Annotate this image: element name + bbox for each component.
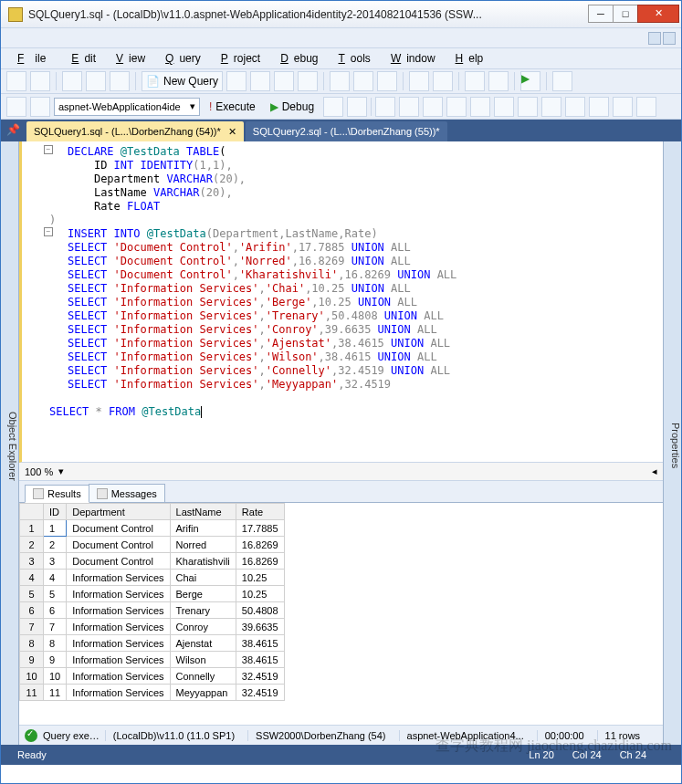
cell[interactable]: 10.25 bbox=[236, 570, 284, 586]
column-header[interactable]: LastName bbox=[170, 504, 236, 520]
open-file-button[interactable] bbox=[62, 71, 82, 91]
cell[interactable]: Information Services bbox=[67, 652, 170, 668]
toolbar-button[interactable] bbox=[298, 71, 318, 91]
maximize-button[interactable]: □ bbox=[613, 5, 638, 23]
toolbar-button[interactable] bbox=[250, 71, 270, 91]
paste-button[interactable] bbox=[377, 71, 397, 91]
cell[interactable]: 4 bbox=[44, 570, 67, 586]
database-dropdown[interactable]: aspnet-WebApplication4ide▾ bbox=[54, 98, 200, 116]
cell[interactable]: Arifin bbox=[170, 520, 236, 537]
cell[interactable]: 17.7885 bbox=[236, 520, 284, 537]
table-row[interactable]: 77Information ServicesConroy39.6635 bbox=[20, 619, 285, 635]
toolbar-button[interactable] bbox=[465, 71, 485, 91]
execute-button[interactable]: !Execute bbox=[204, 97, 261, 117]
toolbar-button[interactable] bbox=[494, 97, 514, 117]
stop-button[interactable] bbox=[323, 97, 343, 117]
cell[interactable]: Document Control bbox=[67, 520, 170, 537]
cell[interactable]: Meyyappan bbox=[170, 685, 236, 701]
toolbar-button[interactable] bbox=[274, 71, 294, 91]
menu-file[interactable]: File bbox=[6, 50, 57, 67]
column-header[interactable] bbox=[20, 504, 44, 520]
cell[interactable]: 32.4519 bbox=[236, 685, 284, 701]
copy-button[interactable] bbox=[353, 71, 373, 91]
cell[interactable]: 50.4808 bbox=[236, 602, 284, 619]
toolbar-button[interactable] bbox=[488, 71, 509, 91]
cell[interactable]: Information Services bbox=[67, 668, 170, 685]
cell[interactable]: 6 bbox=[20, 602, 44, 619]
parse-button[interactable] bbox=[347, 97, 367, 117]
table-row[interactable]: 99Information ServicesWilson38.4615 bbox=[20, 652, 285, 668]
cell[interactable]: 38.4615 bbox=[236, 652, 284, 668]
navigate-back-button[interactable] bbox=[6, 71, 26, 91]
menu-tools[interactable]: Tools bbox=[328, 50, 376, 67]
table-row[interactable]: 88Information ServicesAjenstat38.4615 bbox=[20, 635, 285, 652]
cell[interactable]: 3 bbox=[44, 553, 67, 570]
toolbar-button[interactable] bbox=[552, 71, 572, 91]
cell[interactable]: Norred bbox=[170, 537, 236, 553]
tab-results[interactable]: Results bbox=[25, 485, 89, 503]
navigate-fwd-button[interactable] bbox=[30, 71, 50, 91]
cell[interactable]: 7 bbox=[44, 619, 67, 635]
cell[interactable]: Trenary bbox=[170, 602, 236, 619]
cut-button[interactable] bbox=[330, 71, 350, 91]
toolbar-button[interactable] bbox=[470, 97, 490, 117]
cell[interactable]: 11 bbox=[20, 685, 44, 701]
cell[interactable]: Information Services bbox=[67, 619, 170, 635]
cell[interactable]: 10 bbox=[20, 668, 44, 685]
toolbar-button[interactable] bbox=[565, 97, 585, 117]
cell[interactable]: Ajenstat bbox=[170, 635, 236, 652]
cell[interactable]: 1 bbox=[20, 520, 44, 537]
close-tab-icon[interactable]: ✕ bbox=[228, 126, 236, 138]
cell[interactable]: 7 bbox=[20, 619, 44, 635]
results-grid[interactable]: IDDepartmentLastNameRate11Document Contr… bbox=[19, 503, 663, 725]
table-row[interactable]: 11Document ControlArifin17.7885 bbox=[20, 520, 285, 537]
cell[interactable]: Connelly bbox=[170, 668, 236, 685]
cell[interactable]: 10 bbox=[44, 668, 67, 685]
tab-sqlquery2[interactable]: SQLQuery2.sql - (L...\DorbenZhang (55))* bbox=[246, 121, 447, 141]
cell[interactable]: Kharatishvili bbox=[170, 553, 236, 570]
quick-launch-button[interactable] bbox=[663, 32, 676, 45]
menu-view[interactable]: View bbox=[105, 50, 151, 67]
cell[interactable]: 9 bbox=[44, 652, 67, 668]
toolbar-button[interactable] bbox=[541, 97, 561, 117]
cell[interactable]: 38.4615 bbox=[236, 635, 284, 652]
table-row[interactable]: 44Information ServicesChai10.25 bbox=[20, 570, 285, 586]
column-header[interactable]: Rate bbox=[236, 504, 284, 520]
fold-icon[interactable]: − bbox=[44, 227, 53, 236]
cell[interactable]: Information Services bbox=[67, 635, 170, 652]
save-button[interactable] bbox=[110, 71, 130, 91]
minimize-button[interactable]: ─ bbox=[588, 5, 614, 23]
table-row[interactable]: 22Document ControlNorred16.8269 bbox=[20, 537, 285, 553]
cell[interactable]: 9 bbox=[20, 652, 44, 668]
fold-icon[interactable]: − bbox=[44, 145, 53, 154]
menu-window[interactable]: Window bbox=[380, 50, 441, 67]
redo-button[interactable] bbox=[433, 71, 453, 91]
menu-project[interactable]: Project bbox=[210, 50, 266, 67]
close-button[interactable]: ✕ bbox=[637, 5, 679, 23]
run-button[interactable]: ▶ bbox=[520, 71, 540, 91]
menu-edit[interactable]: Edit bbox=[60, 50, 101, 67]
pin-icon[interactable]: 📌 bbox=[6, 123, 19, 136]
menu-debug[interactable]: Debug bbox=[269, 50, 323, 67]
cell[interactable]: 32.4519 bbox=[236, 668, 284, 685]
tab-messages[interactable]: Messages bbox=[89, 484, 165, 502]
cell[interactable]: 11 bbox=[44, 685, 67, 701]
toolbar-button[interactable] bbox=[613, 97, 633, 117]
cell[interactable]: 39.6635 bbox=[236, 619, 284, 635]
toolbar-button[interactable] bbox=[226, 71, 247, 91]
cell[interactable]: 4 bbox=[20, 570, 44, 586]
cell[interactable]: 5 bbox=[44, 586, 67, 602]
cell[interactable]: 3 bbox=[20, 553, 44, 570]
undo-button[interactable] bbox=[409, 71, 429, 91]
cell[interactable]: Document Control bbox=[67, 537, 170, 553]
cell[interactable]: Document Control bbox=[67, 553, 170, 570]
table-row[interactable]: 33Document ControlKharatishvili16.8269 bbox=[20, 553, 285, 570]
toolbar-button[interactable] bbox=[446, 97, 467, 117]
cell[interactable]: Chai bbox=[170, 570, 236, 586]
table-row[interactable]: 1010Information ServicesConnelly32.4519 bbox=[20, 668, 285, 685]
toolbar-button[interactable] bbox=[589, 97, 609, 117]
table-row[interactable]: 66Information ServicesTrenary50.4808 bbox=[20, 602, 285, 619]
cell[interactable]: 6 bbox=[44, 602, 67, 619]
column-header[interactable]: Department bbox=[67, 504, 170, 520]
cell[interactable]: 16.8269 bbox=[236, 553, 284, 570]
